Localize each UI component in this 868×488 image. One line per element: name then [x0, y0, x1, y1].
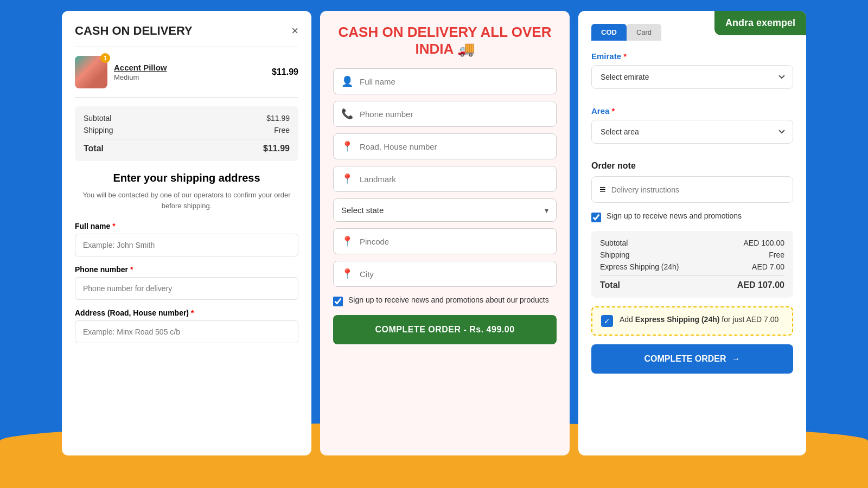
- subtotal-row: Subtotal $11.99: [84, 114, 290, 123]
- signup-checkbox-3[interactable]: [591, 213, 601, 222]
- state-field: Select state ▾: [333, 198, 557, 222]
- pincode-field: 📍: [333, 228, 557, 254]
- phone-required: *: [130, 265, 133, 274]
- address-field: 📍: [333, 133, 557, 159]
- shipping-label-3: Shipping: [600, 251, 630, 259]
- city-icon: 📍: [341, 268, 353, 280]
- state-select[interactable]: Select state: [341, 206, 538, 215]
- phone-group: Phone number *: [75, 265, 298, 300]
- fullname-field: 👤: [333, 68, 557, 94]
- panel-india-cod: CASH ON DELIVERY ALL OVER INDIA 🚚 👤 📞 📍 …: [320, 11, 570, 455]
- shipping-label: Shipping: [84, 126, 113, 134]
- total-row: Total $11.99: [84, 139, 290, 153]
- phone-icon: 📞: [341, 108, 353, 120]
- subtotal-label: Subtotal: [84, 114, 111, 123]
- product-variant: Medium: [114, 73, 265, 81]
- tab-cod[interactable]: COD: [591, 24, 627, 41]
- area-required: *: [612, 106, 615, 115]
- total-label: Total: [84, 144, 104, 153]
- fullname-label: Full name *: [75, 222, 298, 230]
- form-title: Enter your shipping address: [75, 172, 298, 184]
- area-label: Area *: [591, 106, 793, 115]
- product-row: 1 Accent Pillow Medium $11.99: [75, 56, 298, 98]
- express-shipping-banner: ✓ Add Express Shipping (24h) for just AE…: [591, 306, 793, 336]
- express-row: Express Shipping (24h) AED 7.00: [600, 262, 784, 271]
- express-label: Express Shipping (24h): [600, 262, 679, 271]
- signup-row: Sign up to receive news and promotions a…: [333, 296, 557, 306]
- landmark-field: 📍: [333, 166, 557, 192]
- panel2-title: CASH ON DELIVERY ALL OVER INDIA 🚚: [333, 24, 557, 57]
- fullname-input[interactable]: [75, 234, 298, 256]
- shipping-value-3: Free: [769, 251, 784, 259]
- form-subtitle: You will be contacted by one of our oper…: [75, 190, 298, 211]
- fullname-group: Full name *: [75, 222, 298, 256]
- signup-checkbox[interactable]: [333, 297, 343, 306]
- complete-order-button-3[interactable]: COMPLETE ORDER →: [591, 344, 793, 374]
- subtotal-value-3: AED 100.00: [744, 239, 785, 247]
- pincode-input[interactable]: [360, 237, 548, 246]
- address-group: Address (Road, House number) *: [75, 309, 298, 343]
- product-info: Accent Pillow Medium: [114, 63, 265, 81]
- delivery-instructions-field: ≡: [591, 176, 793, 203]
- product-name: Accent Pillow: [114, 63, 265, 72]
- panel-cash-on-delivery: CASH ON DELIVERY × 1 Accent Pillow Mediu…: [62, 11, 311, 455]
- panel1-header: CASH ON DELIVERY ×: [75, 24, 298, 47]
- area-group: Area * Select area: [591, 106, 793, 152]
- total-label-3: Total: [600, 280, 620, 290]
- express-bold: Express Shipping (24h): [635, 315, 720, 324]
- phone-input[interactable]: [75, 277, 298, 300]
- signup-text-3: Sign up to receive news and promotions: [607, 211, 742, 220]
- location-icon: 📍: [341, 140, 353, 152]
- shipping-row-3: Shipping Free: [600, 251, 784, 259]
- total-value: $11.99: [263, 144, 290, 153]
- total-value-3: AED 107.00: [737, 280, 784, 290]
- pin-icon: 📍: [341, 235, 353, 247]
- emirate-group: Emirate * Select emirate: [591, 52, 793, 98]
- chevron-down-icon: ▾: [545, 206, 548, 215]
- phone-label: Phone number *: [75, 265, 298, 274]
- fullname-input-2[interactable]: [360, 77, 548, 86]
- product-badge: 1: [100, 53, 110, 63]
- emirate-label: Emirate *: [591, 52, 793, 61]
- address-input-2[interactable]: [360, 142, 548, 151]
- shipping-row: Shipping Free: [84, 126, 290, 134]
- complete-order-button[interactable]: COMPLETE ORDER - Rs. 499.00: [333, 315, 557, 344]
- subtotal-label-3: Subtotal: [600, 239, 628, 247]
- emirate-select[interactable]: Select emirate: [591, 65, 793, 89]
- signup-text: Sign up to receive news and promotions a…: [348, 296, 549, 304]
- express-banner-text: Add Express Shipping (24h) for just AED …: [620, 315, 778, 324]
- address-required: *: [191, 309, 194, 317]
- city-field: 📍: [333, 261, 557, 287]
- shipping-value: Free: [274, 126, 290, 134]
- product-image: 1: [75, 56, 107, 88]
- emirate-required: *: [623, 52, 627, 61]
- landmark-icon: 📍: [341, 173, 353, 185]
- total-row-3: Total AED 107.00: [600, 275, 784, 290]
- city-input[interactable]: [360, 269, 548, 279]
- subtotal-row-3: Subtotal AED 100.00: [600, 239, 784, 247]
- address-input[interactable]: [75, 320, 298, 343]
- complete-btn-label: COMPLETE ORDER: [644, 354, 726, 364]
- panel1-title: CASH ON DELIVERY: [75, 24, 193, 38]
- close-button[interactable]: ×: [291, 24, 298, 38]
- phone-input-2[interactable]: [360, 110, 548, 119]
- signup-row-3: Sign up to receive news and promotions: [591, 211, 793, 222]
- subtotal-value: $11.99: [266, 114, 290, 123]
- complete-btn-arrow: →: [732, 354, 741, 364]
- fullname-required: *: [112, 222, 115, 230]
- express-checkbox[interactable]: ✓: [601, 315, 613, 327]
- lines-icon: ≡: [599, 183, 606, 196]
- area-select[interactable]: Select area: [591, 120, 793, 144]
- person-icon: 👤: [341, 75, 353, 87]
- address-label: Address (Road, House number) *: [75, 309, 298, 317]
- landmark-input[interactable]: [360, 175, 548, 184]
- delivery-input[interactable]: [611, 185, 785, 194]
- product-price: $11.99: [272, 67, 298, 77]
- panel-uae: Andra exempel COD Card Emirate * Select …: [578, 11, 806, 455]
- phone-field: 📞: [333, 101, 557, 127]
- tab-card[interactable]: Card: [627, 24, 661, 41]
- andra-exempel-banner: Andra exempel: [714, 11, 806, 35]
- panel3-summary: Subtotal AED 100.00 Shipping Free Expres…: [591, 231, 793, 298]
- express-value: AED 7.00: [752, 262, 784, 271]
- panel1-summary: Subtotal $11.99 Shipping Free Total $11.…: [75, 106, 298, 161]
